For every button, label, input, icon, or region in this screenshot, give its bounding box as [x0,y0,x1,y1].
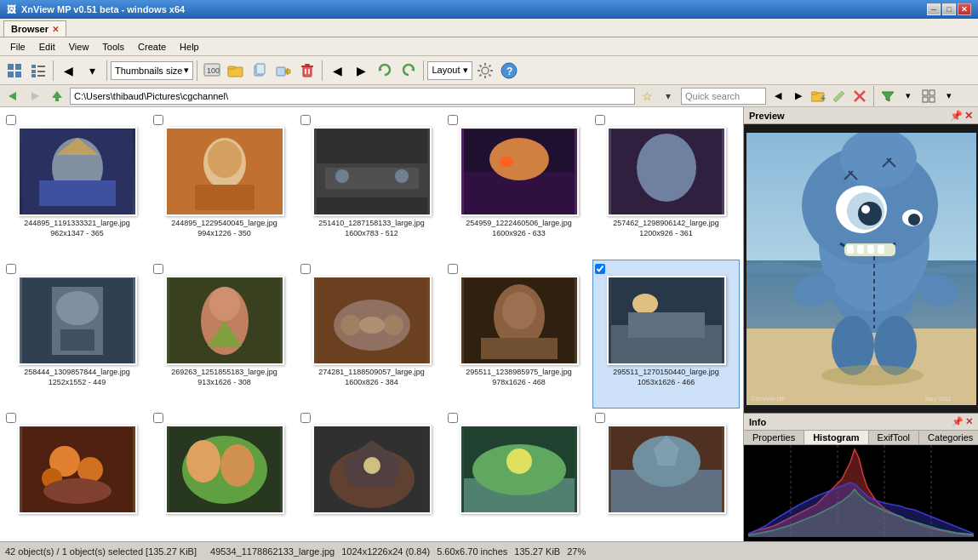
search-input[interactable]: Quick search [681,88,766,105]
zoom-btn[interactable]: 100 [201,60,223,82]
tab-exiftool[interactable]: ExifTool [869,431,920,444]
addr-dropdown-button[interactable]: ▾ [659,88,678,105]
svg-point-97 [186,440,220,483]
list-item[interactable] [445,409,592,538]
move-button[interactable] [272,60,295,82]
preview-pin-button[interactable]: 📌 [950,110,963,122]
status-selection: 42 object(s) / 1 object(s) selected [135… [5,546,197,557]
maximize-button[interactable]: □ [942,3,956,15]
thumb-checkbox[interactable] [300,413,311,423]
menu-file[interactable]: File [3,40,32,54]
thumb-checkbox[interactable] [6,413,16,423]
menu-create[interactable]: Create [131,40,173,54]
app-title: XnView MP v0.51 beta - windows x64 [21,4,185,14]
status-dimensions: 1024x1226x24 (0.84) [341,546,430,557]
addr-back-button[interactable] [3,88,22,105]
addr-forward-button[interactable] [26,88,44,105]
list-item[interactable]: 251410_1287158133_large.jpg1600x783 - 51… [298,111,445,260]
svg-rect-45 [929,90,935,95]
svg-point-63 [489,138,549,180]
menu-tools[interactable]: Tools [95,40,131,54]
titlebar: 🖼 XnView MP v0.51 beta - windows x64 ─ □… [0,0,978,19]
svg-rect-0 [8,64,14,70]
minimize-button[interactable]: ─ [927,3,941,15]
tab-categories[interactable]: Categories [919,431,978,444]
preview-title: Preview [749,111,785,121]
info-pin-button[interactable]: 📌 [952,416,964,427]
tab-browser[interactable]: Browser ✕ [3,20,66,37]
bookmark-button[interactable]: ☆ [638,88,655,105]
thumb-checkbox[interactable] [153,413,163,423]
tab-histogram[interactable]: Histogram [804,431,868,444]
info-close-button[interactable]: ✕ [965,416,973,427]
thumb-checkbox[interactable] [153,264,163,274]
list-item[interactable] [298,409,445,538]
svg-point-139 [821,365,924,386]
folder-new-button[interactable]: + [810,88,827,105]
preview-close-button[interactable]: ✕ [964,110,973,122]
thumb-checkbox[interactable] [448,264,458,274]
delete-addr-button[interactable] [851,88,868,105]
nav-back-button[interactable]: ◀ [57,60,79,82]
view-thumbnails-button[interactable] [3,60,26,82]
svg-point-94 [43,478,112,504]
thumbnails-size-dropdown[interactable]: Thumbnails size ▾ [111,61,193,80]
svg-rect-55 [195,185,255,210]
list-item[interactable]: 254959_1222460506_large.jpg1600x926 - 63… [445,111,592,260]
rotate-left-button[interactable] [374,60,396,82]
thumb-checkbox[interactable] [595,264,605,274]
filter-dropdown-button[interactable]: ▾ [900,88,917,105]
thumb-checkbox[interactable] [300,115,311,125]
grid-view-button[interactable] [920,88,937,105]
rotate-right-button[interactable] [397,60,420,82]
thumb-checkbox[interactable] [448,115,458,125]
view-dropdown-button[interactable]: ▾ [941,88,958,105]
thumb-checkbox[interactable] [448,413,458,423]
list-item[interactable]: 257462_1298906142_large.jpg1200x926 - 36… [592,111,740,260]
edit-button[interactable] [831,88,848,105]
prev-button[interactable]: ◀ [326,60,348,82]
copy-button[interactable] [249,60,271,82]
info-title: Info [749,417,766,427]
list-item[interactable]: 258444_1309857844_large.jpg1252x1552 - 4… [3,260,151,409]
app-icon: 🖼 [7,4,16,14]
menu-edit[interactable]: Edit [32,40,62,54]
list-item[interactable]: 274281_1188509057_large.jpg1600x826 - 38… [298,260,445,409]
list-item[interactable]: 295511_1238985975_large.jpg978x1626 - 46… [445,260,592,409]
settings-button[interactable] [474,60,496,82]
list-item[interactable] [151,409,298,538]
list-item[interactable]: 295511_1270150440_large.jpg1053x1626 - 4… [592,260,740,409]
svg-rect-4 [31,65,36,68]
thumbnail-image [20,129,135,214]
list-item[interactable] [3,409,151,538]
tab-close-button[interactable]: ✕ [52,25,59,34]
list-item[interactable]: 244895_1191333321_large.jpg962x1347 - 36… [3,111,151,260]
toolbar-separator-4 [322,60,323,81]
search-next-button[interactable]: ▶ [790,88,807,105]
thumb-checkbox[interactable] [595,115,605,125]
list-item[interactable]: 244895_1229540045_large.jpg994x1226 - 35… [151,111,298,260]
filter-button[interactable] [879,88,896,105]
thumb-checkbox[interactable] [595,413,605,423]
search-prev-button[interactable]: ◀ [769,88,786,105]
tab-properties[interactable]: Properties [744,431,804,444]
thumb-checkbox[interactable] [153,115,163,125]
close-button[interactable]: ✕ [958,3,971,15]
list-item[interactable]: 269263_1251855183_large.jpg913x1626 - 30… [151,260,298,409]
folder-button[interactable] [225,60,247,82]
menu-view[interactable]: View [62,40,96,54]
delete-button[interactable] [296,60,318,82]
layout-dropdown[interactable]: Layout ▾ [427,61,472,80]
view-details-button[interactable] [27,60,49,82]
thumb-checkbox[interactable] [6,264,16,274]
nav-dropdown-button[interactable]: ▾ [81,60,103,82]
preview-canvas: ©XnView MP May 2011 [746,133,976,405]
addr-up-button[interactable] [48,88,66,105]
next-button[interactable]: ▶ [350,60,372,82]
menu-help[interactable]: Help [173,40,206,54]
help-button[interactable]: ? [498,60,520,82]
thumb-checkbox[interactable] [6,115,16,125]
list-item[interactable] [592,409,740,538]
thumb-checkbox[interactable] [300,264,311,274]
address-input[interactable]: C:\Users\thibaud\Pictures\cgchannel\ [70,88,635,105]
